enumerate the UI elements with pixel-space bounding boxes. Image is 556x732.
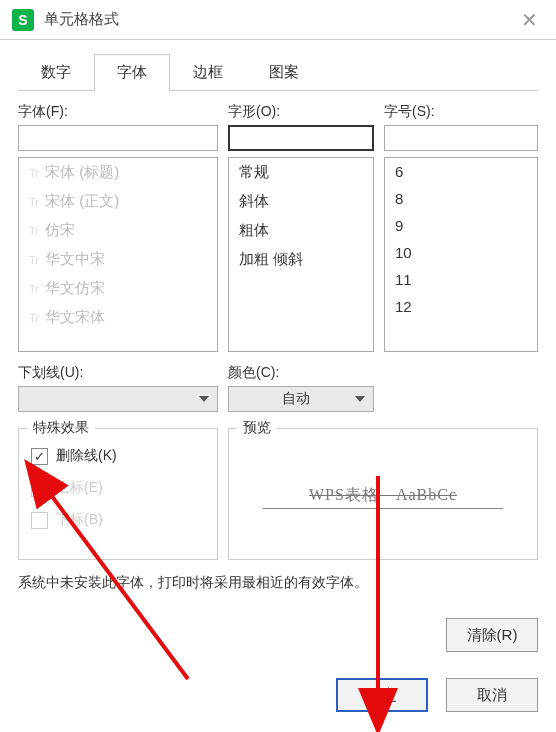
window-title: 单元格格式 <box>44 10 119 29</box>
tab-pattern[interactable]: 图案 <box>246 54 322 91</box>
tab-border[interactable]: 边框 <box>170 54 246 91</box>
font-input[interactable] <box>18 125 218 151</box>
subscript-checkbox: 下标(B) <box>31 511 205 529</box>
tab-font[interactable]: 字体 <box>94 54 170 91</box>
size-listbox[interactable]: 6 8 9 10 11 12 <box>384 157 538 352</box>
size-input[interactable] <box>384 125 538 151</box>
close-icon[interactable]: ✕ <box>515 8 544 32</box>
strikethrough-checkbox[interactable]: ✓ 删除线(K) <box>31 447 205 465</box>
underline-dropdown[interactable] <box>18 386 218 412</box>
color-label: 颜色(C): <box>228 364 374 382</box>
app-icon: S <box>12 9 34 31</box>
list-item[interactable]: 斜体 <box>229 187 373 216</box>
list-item[interactable]: Tr华文仿宋 <box>19 274 217 303</box>
list-item[interactable]: 12 <box>385 293 537 320</box>
list-item[interactable]: 粗体 <box>229 216 373 245</box>
superscript-checkbox: 上标(E) <box>31 479 205 497</box>
list-item[interactable]: 8 <box>385 185 537 212</box>
list-item[interactable]: Tr华文宋体 <box>19 303 217 332</box>
effects-group: 特殊效果 ✓ 删除线(K) 上标(E) 下标(B) <box>18 428 218 560</box>
list-item[interactable]: Tr宋体 (标题) <box>19 158 217 187</box>
checkbox-icon: ✓ <box>31 448 48 465</box>
list-item[interactable]: 9 <box>385 212 537 239</box>
style-listbox[interactable]: 常规 斜体 粗体 加粗 倾斜 <box>228 157 374 352</box>
font-missing-note: 系统中未安装此字体，打印时将采用最相近的有效字体。 <box>18 574 538 592</box>
chevron-down-icon <box>355 396 365 402</box>
font-listbox[interactable]: Tr宋体 (标题) Tr宋体 (正文) Tr仿宋 Tr华文中宋 Tr华文仿宋 T… <box>18 157 218 352</box>
font-label: 字体(F): <box>18 103 218 121</box>
superscript-label: 上标(E) <box>56 479 103 497</box>
list-item[interactable]: 加粗 倾斜 <box>229 245 373 274</box>
color-dropdown[interactable]: 自动 <box>228 386 374 412</box>
effects-legend: 特殊效果 <box>27 419 95 437</box>
underline-label: 下划线(U): <box>18 364 218 382</box>
list-item[interactable]: Tr华文中宋 <box>19 245 217 274</box>
list-item[interactable]: 10 <box>385 239 537 266</box>
subscript-label: 下标(B) <box>56 511 103 529</box>
strikethrough-label: 删除线(K) <box>56 447 117 465</box>
checkbox-icon <box>31 480 48 497</box>
list-item[interactable]: Tr宋体 (正文) <box>19 187 217 216</box>
title-bar: S 单元格格式 ✕ <box>0 0 556 40</box>
style-input[interactable] <box>228 125 374 151</box>
checkbox-icon <box>31 512 48 529</box>
tab-panel-font: 字体(F): Tr宋体 (标题) Tr宋体 (正文) Tr仿宋 Tr华文中宋 T… <box>18 90 538 652</box>
preview-legend: 预览 <box>237 419 277 437</box>
color-value: 自动 <box>237 390 355 408</box>
style-label: 字形(O): <box>228 103 374 121</box>
tab-number[interactable]: 数字 <box>18 54 94 91</box>
ok-button[interactable]: 确定 <box>336 678 428 712</box>
preview-sample-text: WPS表格 AaBbCc <box>309 486 457 503</box>
cancel-button[interactable]: 取消 <box>446 678 538 712</box>
preview-group: 预览 WPS表格 AaBbCc <box>228 428 538 560</box>
list-item[interactable]: Tr仿宋 <box>19 216 217 245</box>
tab-strip: 数字 字体 边框 图案 <box>0 40 556 91</box>
list-item[interactable]: 11 <box>385 266 537 293</box>
list-item[interactable]: 6 <box>385 158 537 185</box>
chevron-down-icon <box>199 396 209 402</box>
size-label: 字号(S): <box>384 103 538 121</box>
list-item[interactable]: 常规 <box>229 158 373 187</box>
clear-button[interactable]: 清除(R) <box>446 618 538 652</box>
